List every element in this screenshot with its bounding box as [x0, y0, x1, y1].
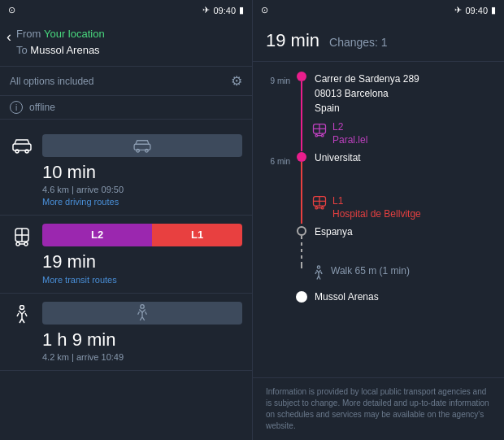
disclaimer: Information is provided by local public …: [253, 377, 504, 440]
l2-station: Paral.lel: [332, 134, 367, 146]
svg-point-5: [146, 150, 149, 153]
route-from: From Your location: [16, 27, 105, 41]
right-status-right: ✈ 09:40 ▮: [454, 5, 496, 15]
route-to: To Mussol Arenas: [16, 43, 105, 58]
options-bar: All options included ⚙: [0, 67, 252, 96]
route-info: From Your location To Mussol Arenas: [16, 27, 105, 58]
dot-mussol: [296, 291, 307, 303]
step-espanya: Espanya: [266, 226, 491, 265]
l1-label: L1: [332, 194, 421, 208]
left-status-bar: ⊙ ✈ 09:40 ▮: [0, 0, 252, 20]
svg-point-15: [141, 305, 145, 309]
walk-label: Walk 65 m (1 min): [331, 265, 410, 277]
transit-bar: L2 L1: [42, 224, 242, 246]
step-mussol: Mussol Arenas: [266, 291, 491, 303]
metro-l1-content: L1 Hospital de Bellvitge: [308, 194, 491, 226]
transit-time: 19 min: [42, 251, 242, 272]
step-walk-line: [295, 265, 308, 288]
to-value: Mussol Arenas: [30, 44, 99, 56]
car-icon: [10, 137, 34, 154]
car-details: 10 min 4.6 km | arrive 09:50 More drivin…: [42, 134, 242, 206]
svg-point-32: [317, 265, 319, 268]
line-universitat: [301, 162, 302, 194]
mussol-name: Mussol Arenas: [315, 291, 491, 303]
flight-icon: ✈: [202, 5, 210, 15]
car-bar: [42, 134, 242, 157]
l1-station: Hospital de Bellvitge: [332, 208, 421, 220]
step-metro-l1-line: [295, 194, 308, 224]
metro-l2-icon: [311, 122, 328, 142]
walk-icon: [10, 305, 34, 325]
step-start-time: 9 min: [266, 72, 295, 120]
car-more-link[interactable]: More driving routes: [42, 197, 242, 207]
mussol-content: Mussol Arenas: [308, 291, 491, 303]
svg-point-20: [322, 134, 324, 137]
espanya-name: Espanya: [315, 226, 491, 237]
offline-label: offline: [29, 102, 55, 113]
step-start-content: Carrer de Sardenya 28908013 BarcelonaSpa…: [308, 72, 491, 120]
step-metro-l2: L2 Paral.lel: [266, 120, 491, 152]
transit-icon: [10, 227, 34, 246]
step-mussol-time: [266, 291, 295, 303]
car-time: 10 min: [42, 162, 242, 183]
metro-l2-content: L2 Paral.lel: [308, 120, 491, 152]
l1-info: L1 Hospital de Bellvitge: [332, 194, 421, 220]
l2-segment: L2: [42, 224, 152, 246]
svg-rect-3: [134, 145, 150, 150]
transit-option[interactable]: L2 L1 19 min More transit routes: [0, 216, 252, 294]
line-l2: [301, 127, 302, 151]
left-time: 09:40: [213, 6, 236, 15]
transit-details: L2 L1 19 min More transit routes: [42, 224, 242, 285]
right-flight-icon: ✈: [454, 5, 462, 15]
svg-point-27: [315, 207, 318, 208]
svg-point-9: [16, 242, 20, 246]
car-option[interactable]: 10 min 4.6 km | arrive 09:50 More drivin…: [0, 126, 252, 215]
start-address: Carrer de Sardenya 28908013 BarcelonaSpa…: [315, 72, 491, 115]
right-battery-icon: ▮: [491, 5, 496, 15]
trip-changes: Changes: 1: [329, 36, 388, 49]
trip-title: 19 min Changes: 1: [266, 30, 491, 51]
car-meta: 4.6 km | arrive 09:50: [42, 185, 242, 194]
svg-point-28: [322, 207, 324, 208]
walk-option[interactable]: 1 h 9 min 4.2 km | arrive 10:49: [0, 294, 252, 370]
gear-icon[interactable]: ⚙: [231, 73, 242, 89]
universitat-content: Universitat: [308, 152, 491, 194]
transit-more-link[interactable]: More transit routes: [42, 275, 242, 285]
dot-start: [297, 72, 306, 81]
svg-point-2: [25, 150, 28, 153]
step-universitat: 6 min Universitat: [266, 152, 491, 194]
right-status-bar: ⊙ ✈ 09:40 ▮: [253, 0, 504, 20]
svg-point-4: [137, 150, 140, 153]
espanya-content: Espanya: [308, 226, 491, 265]
walk-details: 1 h 9 min 4.2 km | arrive 10:49: [42, 302, 242, 361]
svg-rect-0: [13, 144, 31, 150]
to-label: To: [16, 44, 28, 56]
svg-point-19: [315, 134, 318, 137]
l2-label: L2: [332, 120, 367, 134]
walk-bar: [42, 302, 242, 325]
metro-l1-icon: [311, 194, 328, 214]
route-header: ‹ From Your location To Mussol Arenas: [0, 20, 252, 67]
dot-universitat: [297, 152, 306, 162]
step-start-line: [295, 72, 308, 120]
step-start: 9 min Carrer de Sardenya 28908013 Barcel…: [266, 72, 491, 120]
offline-bar: i offline: [0, 96, 252, 120]
line-start: [301, 81, 302, 120]
left-panel: ⊙ ✈ 09:40 ▮ ‹ From Your location To Muss…: [0, 0, 252, 440]
location-pin-icon: ⊙: [8, 5, 15, 15]
dot-espanya: [297, 226, 306, 236]
l1-segment: L1: [152, 224, 242, 246]
trip-duration: 19 min: [266, 30, 319, 51]
from-label: From: [16, 28, 41, 40]
step-walk: Walk 65 m (1 min): [266, 265, 491, 291]
walk-meta: 4.2 km | arrive 10:49: [42, 352, 242, 362]
status-bar-right: ✈ 09:40 ▮: [202, 5, 244, 15]
step-universitat-line: [295, 152, 308, 194]
universitat-name: Universitat: [315, 152, 491, 163]
walk-icon: [311, 265, 326, 285]
step-universitat-time: 6 min: [266, 152, 295, 194]
transport-options: 10 min 4.6 km | arrive 09:50 More drivin…: [0, 120, 252, 440]
from-value: Your location: [44, 28, 105, 40]
line-espanya: [301, 236, 302, 265]
back-button[interactable]: ‹: [7, 28, 11, 46]
